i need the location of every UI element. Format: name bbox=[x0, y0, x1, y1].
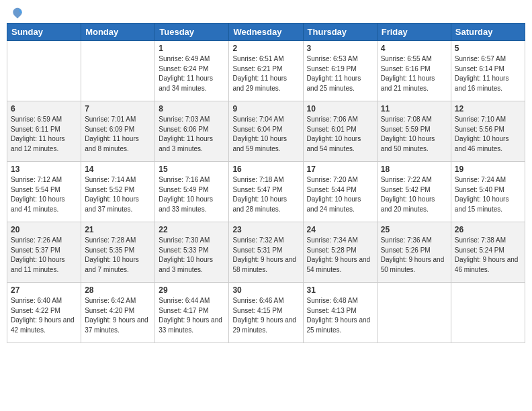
day-info: Sunrise: 6:46 AM Sunset: 4:15 PM Dayligh… bbox=[232, 296, 299, 335]
calendar-cell: 14 Sunrise: 7:14 AM Sunset: 5:52 PM Dayl… bbox=[81, 162, 155, 222]
daylight-text: Daylight: 10 hours and 24 minutes. bbox=[307, 195, 361, 213]
day-header-thursday: Thursday bbox=[303, 24, 377, 41]
calendar-cell: 10 Sunrise: 7:06 AM Sunset: 6:01 PM Dayl… bbox=[303, 101, 377, 162]
day-info: Sunrise: 7:03 AM Sunset: 6:06 PM Dayligh… bbox=[159, 115, 225, 154]
sunset-text: Sunset: 5:42 PM bbox=[381, 186, 431, 193]
daylight-text: Daylight: 10 hours and 15 minutes. bbox=[455, 195, 509, 213]
sunset-text: Sunset: 5:31 PM bbox=[232, 246, 282, 254]
day-number: 5 bbox=[455, 44, 521, 53]
sunset-text: Sunset: 5:26 PM bbox=[381, 246, 431, 254]
calendar-header-row: SundayMondayTuesdayWednesdayThursdayFrid… bbox=[7, 24, 525, 41]
calendar-cell: 17 Sunrise: 7:20 AM Sunset: 5:44 PM Dayl… bbox=[303, 162, 377, 222]
daylight-text: Daylight: 9 hours and 50 minutes. bbox=[381, 256, 445, 273]
sunrise-text: Sunrise: 7:36 AM bbox=[381, 236, 432, 244]
calendar-cell: 8 Sunrise: 7:03 AM Sunset: 6:06 PM Dayli… bbox=[155, 101, 229, 162]
sunrise-text: Sunrise: 6:59 AM bbox=[11, 116, 62, 123]
sunset-text: Sunset: 6:01 PM bbox=[307, 126, 357, 133]
calendar-cell: 2 Sunrise: 6:51 AM Sunset: 6:21 PM Dayli… bbox=[229, 41, 303, 101]
day-info: Sunrise: 6:57 AM Sunset: 6:14 PM Dayligh… bbox=[455, 54, 521, 93]
daylight-text: Daylight: 11 hours and 12 minutes. bbox=[11, 135, 65, 152]
calendar-cell: 20 Sunrise: 7:26 AM Sunset: 5:37 PM Dayl… bbox=[7, 222, 81, 283]
sunrise-text: Sunrise: 7:26 AM bbox=[11, 236, 62, 244]
day-info: Sunrise: 7:30 AM Sunset: 5:33 PM Dayligh… bbox=[159, 236, 225, 275]
day-info: Sunrise: 7:18 AM Sunset: 5:47 PM Dayligh… bbox=[232, 175, 299, 214]
day-info: Sunrise: 7:20 AM Sunset: 5:44 PM Dayligh… bbox=[307, 175, 373, 214]
sunset-text: Sunset: 6:06 PM bbox=[159, 126, 208, 133]
calendar-cell: 26 Sunrise: 7:38 AM Sunset: 5:24 PM Dayl… bbox=[451, 222, 525, 283]
day-number: 31 bbox=[307, 285, 373, 295]
day-header-tuesday: Tuesday bbox=[155, 24, 229, 41]
daylight-text: Daylight: 11 hours and 25 minutes. bbox=[307, 75, 361, 92]
calendar-cell bbox=[81, 41, 155, 101]
daylight-text: Daylight: 9 hours and 33 minutes. bbox=[159, 316, 222, 334]
sunrise-text: Sunrise: 7:06 AM bbox=[307, 116, 358, 123]
sunset-text: Sunset: 6:16 PM bbox=[381, 65, 431, 73]
daylight-text: Daylight: 10 hours and 54 minutes. bbox=[307, 135, 361, 152]
calendar-cell: 3 Sunrise: 6:53 AM Sunset: 6:19 PM Dayli… bbox=[303, 41, 377, 101]
daylight-text: Daylight: 9 hours and 46 minutes. bbox=[455, 256, 519, 273]
sunrise-text: Sunrise: 6:51 AM bbox=[232, 55, 283, 62]
sunset-text: Sunset: 5:44 PM bbox=[307, 186, 357, 193]
sunset-text: Sunset: 6:11 PM bbox=[11, 126, 60, 133]
day-number: 3 bbox=[307, 44, 373, 53]
sunset-text: Sunset: 6:14 PM bbox=[455, 65, 504, 73]
daylight-text: Daylight: 10 hours and 11 minutes. bbox=[11, 256, 65, 273]
sunrise-text: Sunrise: 7:18 AM bbox=[232, 176, 283, 183]
sunset-text: Sunset: 5:33 PM bbox=[159, 246, 208, 254]
sunset-text: Sunset: 5:37 PM bbox=[11, 246, 60, 254]
day-header-monday: Monday bbox=[81, 24, 155, 41]
day-header-saturday: Saturday bbox=[451, 24, 525, 41]
sunrise-text: Sunrise: 6:44 AM bbox=[159, 297, 210, 304]
day-info: Sunrise: 7:12 AM Sunset: 5:54 PM Dayligh… bbox=[11, 175, 77, 214]
calendar-cell bbox=[7, 41, 81, 101]
sunset-text: Sunset: 5:59 PM bbox=[381, 126, 431, 133]
sunrise-text: Sunrise: 7:22 AM bbox=[381, 176, 432, 183]
calendar-cell: 28 Sunrise: 6:42 AM Sunset: 4:20 PM Dayl… bbox=[81, 283, 155, 343]
sunrise-text: Sunrise: 7:01 AM bbox=[85, 116, 136, 123]
sunset-text: Sunset: 4:17 PM bbox=[159, 307, 208, 314]
day-number: 15 bbox=[159, 165, 225, 174]
day-info: Sunrise: 7:26 AM Sunset: 5:37 PM Dayligh… bbox=[11, 236, 77, 275]
daylight-text: Daylight: 10 hours and 7 minutes. bbox=[85, 256, 139, 273]
day-info: Sunrise: 6:59 AM Sunset: 6:11 PM Dayligh… bbox=[11, 115, 77, 154]
sunrise-text: Sunrise: 7:28 AM bbox=[85, 236, 136, 244]
sunrise-text: Sunrise: 6:49 AM bbox=[159, 55, 210, 62]
daylight-text: Daylight: 11 hours and 21 minutes. bbox=[381, 75, 435, 92]
calendar-table: SundayMondayTuesdayWednesdayThursdayFrid… bbox=[7, 23, 525, 343]
daylight-text: Daylight: 10 hours and 41 minutes. bbox=[11, 195, 65, 213]
daylight-text: Daylight: 11 hours and 8 minutes. bbox=[85, 135, 139, 152]
sunset-text: Sunset: 6:19 PM bbox=[307, 65, 357, 73]
calendar-cell: 30 Sunrise: 6:46 AM Sunset: 4:15 PM Dayl… bbox=[229, 283, 303, 343]
calendar-cell: 22 Sunrise: 7:30 AM Sunset: 5:33 PM Dayl… bbox=[155, 222, 229, 283]
daylight-text: Daylight: 9 hours and 58 minutes. bbox=[232, 256, 296, 273]
calendar-cell: 18 Sunrise: 7:22 AM Sunset: 5:42 PM Dayl… bbox=[377, 162, 451, 222]
day-info: Sunrise: 6:49 AM Sunset: 6:24 PM Dayligh… bbox=[159, 54, 225, 93]
day-info: Sunrise: 7:24 AM Sunset: 5:40 PM Dayligh… bbox=[455, 175, 521, 214]
sunrise-text: Sunrise: 7:14 AM bbox=[85, 176, 136, 183]
calendar-cell: 29 Sunrise: 6:44 AM Sunset: 4:17 PM Dayl… bbox=[155, 283, 229, 343]
day-number: 12 bbox=[455, 104, 521, 113]
day-number: 14 bbox=[85, 165, 151, 174]
day-info: Sunrise: 7:28 AM Sunset: 5:35 PM Dayligh… bbox=[85, 236, 151, 275]
calendar-week-row: 13 Sunrise: 7:12 AM Sunset: 5:54 PM Dayl… bbox=[7, 162, 525, 222]
daylight-text: Daylight: 10 hours and 3 minutes. bbox=[159, 256, 213, 273]
calendar-week-row: 20 Sunrise: 7:26 AM Sunset: 5:37 PM Dayl… bbox=[7, 222, 525, 283]
day-number: 18 bbox=[381, 165, 447, 174]
calendar-cell: 6 Sunrise: 6:59 AM Sunset: 6:11 PM Dayli… bbox=[7, 101, 81, 162]
day-number: 10 bbox=[307, 104, 373, 113]
day-number: 1 bbox=[159, 44, 225, 53]
day-info: Sunrise: 7:36 AM Sunset: 5:26 PM Dayligh… bbox=[381, 236, 447, 275]
daylight-text: Daylight: 9 hours and 42 minutes. bbox=[11, 316, 75, 334]
day-number: 19 bbox=[455, 165, 521, 174]
calendar-cell: 16 Sunrise: 7:18 AM Sunset: 5:47 PM Dayl… bbox=[229, 162, 303, 222]
day-info: Sunrise: 7:08 AM Sunset: 5:59 PM Dayligh… bbox=[381, 115, 447, 154]
daylight-text: Daylight: 10 hours and 28 minutes. bbox=[232, 195, 287, 213]
day-number: 6 bbox=[11, 104, 77, 113]
sunset-text: Sunset: 4:20 PM bbox=[85, 307, 134, 314]
sunrise-text: Sunrise: 7:38 AM bbox=[455, 236, 506, 244]
day-info: Sunrise: 7:14 AM Sunset: 5:52 PM Dayligh… bbox=[85, 175, 151, 214]
sunrise-text: Sunrise: 6:46 AM bbox=[232, 297, 283, 304]
sunrise-text: Sunrise: 7:32 AM bbox=[232, 236, 283, 244]
day-number: 30 bbox=[232, 285, 299, 295]
sunrise-text: Sunrise: 7:10 AM bbox=[455, 116, 506, 123]
